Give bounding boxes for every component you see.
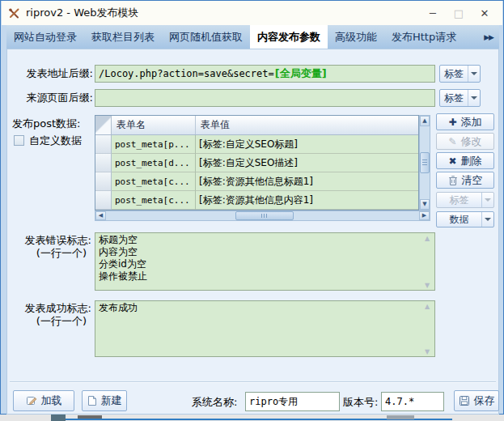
app-window: riprov2 - Web发布模块 ─ □ ✕ 网站自动登录 获取栏目列表 网页…	[0, 0, 504, 415]
source-page-tag-button[interactable]: 标签	[439, 89, 481, 107]
scrollbar-thumb[interactable]	[235, 211, 294, 220]
chevron-down-icon	[481, 193, 493, 207]
version-label: 版本号:	[343, 395, 378, 410]
publish-url-tag-button[interactable]: 标签	[439, 65, 481, 83]
form-value-cell[interactable]: [标签:自定义SEO描述]	[196, 154, 418, 172]
tab-publish-http[interactable]: 发布Http请求	[384, 25, 464, 49]
success-flags-label-line1: 发表成功标志:	[7, 302, 91, 315]
column-header-form-value: 表单值	[196, 116, 418, 134]
table-row[interactable]: post_meta[c... [标签:资源其他信息内容1]	[95, 191, 418, 210]
error-flags-label-line2: (一行一个)	[7, 247, 91, 260]
scrollbar-track[interactable]	[106, 211, 419, 220]
minimize-button[interactable]: ─	[420, 1, 446, 25]
form-value-cell[interactable]: [标签:资源其他信息标题1]	[196, 172, 418, 191]
column-header-form-name: 表单名	[112, 116, 196, 134]
table-row[interactable]: post_meta[c... [标签:资源其他信息标题1]	[95, 172, 418, 191]
tab-advanced[interactable]: 高级功能	[328, 25, 384, 49]
scroll-right-icon[interactable]: ▶	[419, 211, 430, 220]
save-button-label: 保存	[474, 393, 495, 408]
row-header[interactable]	[95, 172, 112, 191]
new-button[interactable]: 新建	[82, 390, 127, 411]
row-header[interactable]	[95, 135, 112, 154]
success-flags-label-line2: (一行一个)	[7, 315, 91, 328]
close-button[interactable]: ✕	[472, 1, 498, 25]
table-corner-cell	[95, 116, 112, 134]
scroll-up-icon[interactable]: ▲	[425, 236, 430, 242]
tab-random-value[interactable]: 网页随机值获取	[162, 25, 250, 49]
chevron-down-icon	[468, 66, 480, 82]
chevron-down-icon	[481, 212, 493, 227]
tag-button-label: 标签	[440, 66, 468, 82]
form-name-cell[interactable]: post_meta[d...	[112, 154, 196, 172]
edit-button[interactable]: ✎ 修改	[436, 133, 494, 150]
delete-button-label: 删除	[461, 154, 482, 168]
edit-button-label: 修改	[461, 134, 482, 149]
load-button-label: 加载	[41, 393, 62, 408]
publish-url-input[interactable]: /Locoy.php?action=save&secret=[全局变量]	[95, 65, 435, 83]
error-flags-label: 发表错误标志: (一行一个)	[7, 234, 91, 260]
table-horizontal-scrollbar[interactable]: ◀ ▶	[95, 210, 430, 221]
post-data-table: 表单名 表单值 post_meta[p... [标签:自定义SEO标题] pos…	[95, 115, 419, 210]
app-icon	[8, 7, 20, 19]
form-name-cell[interactable]: post_meta[c...	[112, 172, 196, 191]
trash-icon	[448, 175, 458, 185]
scroll-left-icon[interactable]: ◀	[95, 211, 106, 220]
scrollbar-track[interactable]	[420, 126, 430, 199]
row-header[interactable]	[95, 154, 112, 172]
load-pencil-icon	[26, 395, 37, 406]
tag-dropdown-label: 标签	[437, 193, 481, 207]
source-page-label: 来源页面后缀:	[12, 91, 93, 105]
data-dropdown-button[interactable]: 数据	[436, 211, 494, 228]
form-value-cell[interactable]: [标签:自定义SEO标题]	[196, 135, 418, 154]
tag-button-label: 标签	[440, 90, 468, 106]
table-vertical-scrollbar[interactable]: ▲ ▼	[419, 115, 430, 210]
version-input[interactable]	[381, 392, 444, 411]
titlebar: riprov2 - Web发布模块 ─ □ ✕	[2, 1, 502, 25]
system-name-input[interactable]	[245, 392, 340, 411]
background-fragment	[387, 415, 414, 419]
scroll-up-icon[interactable]: ▲	[420, 116, 430, 126]
scroll-down-icon[interactable]: ▼	[420, 199, 430, 210]
clear-button-label: 清空	[462, 173, 483, 188]
form-value-cell[interactable]: [标签:资源其他信息内容1]	[196, 191, 418, 210]
custom-data-checkbox[interactable]	[14, 135, 24, 146]
chevron-down-icon	[468, 90, 480, 106]
delete-button[interactable]: ✖ 删除	[436, 152, 494, 169]
tab-bar: 网站自动登录 获取栏目列表 网页随机值获取 内容发布参数 高级功能 发布Http…	[6, 25, 499, 49]
clear-button[interactable]: 清空	[436, 172, 494, 189]
background-fragment	[51, 415, 66, 421]
scroll-up-icon[interactable]: ▲	[425, 304, 430, 310]
form-name-cell[interactable]: post_meta[c...	[112, 191, 196, 210]
row-header[interactable]	[95, 191, 112, 210]
save-button[interactable]: 保存	[454, 390, 499, 411]
table-row[interactable]: post_meta[d... [标签:自定义SEO描述]	[95, 154, 418, 172]
scrollbar-thumb[interactable]	[420, 152, 430, 173]
success-flags-textarea[interactable]: 发布成功	[95, 300, 435, 357]
maximize-button[interactable]: □	[446, 1, 472, 25]
success-flags-label: 发表成功标志: (一行一个)	[7, 302, 91, 328]
publish-url-global-var: [全局变量]	[275, 66, 327, 81]
footer-divider	[10, 381, 496, 383]
background-window-strip	[0, 415, 504, 421]
document-icon	[87, 395, 97, 406]
source-page-input[interactable]	[95, 89, 435, 107]
add-button[interactable]: ✚ 添加	[436, 113, 494, 130]
error-flags-textarea[interactable]: 标题为空 内容为空 分类id为空 操作被禁止	[95, 232, 435, 291]
tab-site-auto-login[interactable]: 网站自动登录	[6, 25, 84, 49]
tag-dropdown-button[interactable]: 标签	[436, 192, 494, 208]
save-floppy-icon	[459, 395, 470, 406]
scroll-down-icon[interactable]: ▼	[425, 283, 430, 289]
custom-data-label: 自定义数据	[29, 134, 82, 148]
x-icon: ✖	[448, 156, 456, 166]
tab-content-publish-params[interactable]: 内容发布参数	[250, 25, 328, 49]
load-button[interactable]: 加载	[13, 390, 74, 411]
data-dropdown-label: 数据	[437, 212, 481, 227]
scroll-down-icon[interactable]: ▼	[425, 349, 430, 355]
table-row[interactable]: post_meta[p... [标签:自定义SEO标题]	[95, 135, 418, 154]
content-panel: 发表地址后缀: /Locoy.php?action=save&secret=[全…	[6, 49, 499, 415]
tab-overflow-button[interactable]: ▶▶	[478, 25, 499, 49]
post-data-label: 发布post数据:	[12, 117, 103, 131]
pencil-icon: ✎	[448, 137, 456, 147]
tab-get-column-list[interactable]: 获取栏目列表	[84, 25, 162, 49]
form-name-cell[interactable]: post_meta[p...	[112, 135, 196, 154]
